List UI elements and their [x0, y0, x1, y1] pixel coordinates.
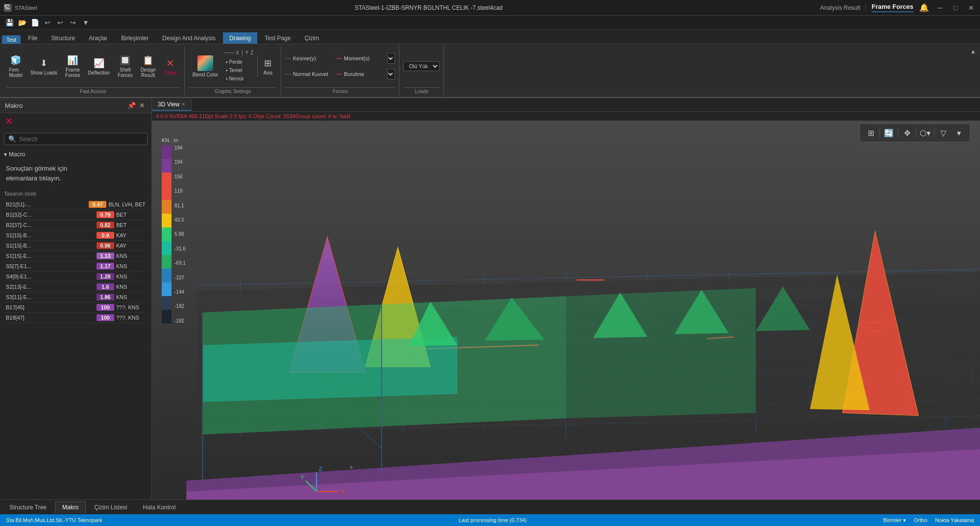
perde-button[interactable]: ▪ Perde	[224, 58, 253, 66]
item-name: S4[9]-E1...	[6, 274, 95, 279]
design-item[interactable]: B18[47] 100 ???, KNS	[4, 313, 147, 323]
tab-test-page[interactable]: Test Page	[258, 32, 297, 44]
design-item[interactable]: S3[11]-E... 1.86 KNS	[4, 292, 147, 302]
tab-cizim-listesi[interactable]: Çizim Listesi	[87, 501, 134, 513]
qa-undo[interactable]: ↩	[42, 17, 53, 28]
loads-dropdown[interactable]: Ölü Yük	[403, 61, 440, 71]
design-item[interactable]: B21[51]-... 0.47 BLN, LVH, BET	[4, 200, 147, 210]
design-item[interactable]: S1[15]-B... 0.96 KAY	[4, 241, 147, 251]
design-item[interactable]: B1[32]-C... 0.79 BET	[4, 210, 147, 220]
macro-chevron-icon: ▾	[4, 151, 7, 158]
filter-button[interactable]: ▽	[936, 126, 950, 140]
tab-design-analysis[interactable]: Design And Analysis	[156, 32, 222, 44]
frame-forces-button[interactable]: 📊 FrameForces	[62, 52, 83, 80]
close-button[interactable]: ✕	[966, 3, 976, 13]
close-ribbon-button[interactable]: ✕ Close	[161, 55, 180, 77]
filter-dropdown-button[interactable]: ▾	[952, 126, 966, 140]
tab-makro[interactable]: Makro	[55, 501, 86, 513]
item-name: B21[51]-...	[6, 201, 87, 207]
sidebar-description: Sonuçları görmek içinelemanlara tıklayın…	[4, 160, 147, 187]
legend-val-12: -182	[174, 318, 186, 324]
nervur-button[interactable]: ▪ Nervür	[224, 75, 253, 82]
shell-forces-button[interactable]: 🔲 ShellForces	[115, 52, 136, 80]
design-item[interactable]: S5[7]-E1... 1.17 KNS	[4, 261, 147, 272]
tab-hata-kontrol[interactable]: Hata Kontrol	[136, 501, 183, 513]
blend-color-button[interactable]: Blend Color	[189, 53, 222, 79]
qa-redo[interactable]: ↪	[68, 17, 78, 28]
sidebar-close-btn[interactable]: ✕	[138, 101, 147, 110]
tab-3d-view[interactable]: 3D View ✕	[152, 99, 192, 111]
forces-row2-dropdown[interactable]: ▼	[387, 69, 395, 79]
fit-view-button[interactable]: ⊞	[864, 126, 878, 140]
temel-button[interactable]: ▪ Temel	[224, 67, 253, 74]
legend-val-0: 194	[174, 145, 186, 150]
qa-open[interactable]: 📂	[17, 17, 27, 28]
legend-color-6	[162, 214, 172, 227]
tab-drawing[interactable]: Drawing	[223, 32, 257, 44]
design-item[interactable]: S2[13]-E... 1.6 KNS	[4, 282, 147, 292]
tab-structure[interactable]: Structure	[45, 32, 82, 44]
sidebar-pin-button[interactable]: 📌	[127, 101, 136, 110]
close-x-button[interactable]: ✕	[5, 116, 13, 126]
svg-text:+: +	[349, 463, 353, 471]
fem-model-button[interactable]: 🧊 FemModel	[6, 52, 25, 80]
axis-main-button[interactable]: ⊞ Axis	[257, 55, 277, 77]
nervur-label: Nervür	[229, 76, 244, 81]
ribbon-collapse-icon[interactable]: ▲	[970, 48, 976, 55]
search-input[interactable]	[19, 136, 143, 143]
perde-icon: ▪	[226, 59, 228, 65]
axis-icons: ─── X │ Y Z	[224, 50, 253, 55]
rotate-button[interactable]: 🔄	[882, 126, 896, 140]
item-type: KNS	[116, 294, 146, 300]
fem-model-label: FemModel	[9, 67, 22, 78]
sidebar-scroll[interactable]: ✕ 🔍 ▾ Macro Sonuçları görmek içinelemanl…	[0, 113, 151, 500]
3d-rotate-button[interactable]: ⬡▾	[918, 126, 932, 140]
legend-val-10: -144	[174, 289, 186, 295]
legend-color-4	[162, 186, 172, 200]
tab-test[interactable]: Test	[2, 35, 21, 44]
design-item[interactable]: B2[37]-C... 0.82 BET	[4, 220, 147, 230]
tab-birlesimler[interactable]: Birleşimler	[115, 32, 155, 44]
deflection-button[interactable]: 📈 Deflection	[85, 55, 113, 77]
ribbon-collapse[interactable]: ▲	[968, 46, 978, 95]
bell-icon[interactable]: 🔔	[919, 3, 929, 12]
moment-line-icon: ─	[336, 54, 342, 63]
item-name: S1[15]-E...	[6, 253, 95, 259]
design-item[interactable]: S1[15]-E... 1.13 KNS	[4, 251, 147, 261]
qa-save[interactable]: 💾	[4, 17, 15, 28]
item-name: S5[7]-E1...	[6, 263, 95, 269]
nokta-yakalama-label[interactable]: Nokta Yakalama	[935, 517, 974, 523]
item-badge: 1.86	[97, 294, 114, 301]
app-name: STASteel	[15, 5, 37, 11]
legend-colors	[162, 145, 172, 324]
minimize-button[interactable]: ─	[935, 3, 945, 13]
tab-structure-tree[interactable]: Structure Tree	[2, 501, 54, 513]
forces-row1-dropdown[interactable]: ▼	[387, 53, 395, 64]
item-badge: 1.6	[97, 283, 114, 290]
birimler-button[interactable]: Birimler ▾	[883, 517, 906, 524]
design-item[interactable]: S4[9]-E1... 1.28 KNS	[4, 272, 147, 282]
legend-val-4: 81.1	[174, 203, 186, 208]
tab-file[interactable]: File	[22, 32, 44, 44]
qa-dropdown[interactable]: ▼	[80, 17, 91, 28]
statusbar: Sta Bil.Muh.Mus.Ltd.Sti.-YTU Teknopark L…	[0, 514, 980, 526]
ortho-label[interactable]: Ortho	[914, 517, 928, 523]
tab-araclar[interactable]: Araçlar	[82, 32, 114, 44]
forces-row2: ─ Normal Kuvvet ─ Burulma ▼	[285, 69, 395, 79]
design-item[interactable]: S1[15]-B... 0.9 KAY	[4, 230, 147, 241]
show-loads-button[interactable]: ⬇ Show Loads	[27, 55, 60, 77]
design-result-button[interactable]: 📋 DesignResult	[138, 52, 159, 80]
macro-header[interactable]: ▾ Macro	[4, 149, 147, 160]
qa-new[interactable]: 📄	[29, 17, 40, 28]
design-item[interactable]: B17[45] 100 ???, KNS	[4, 302, 147, 313]
pan-button[interactable]: ✥	[900, 126, 914, 140]
item-badge: 0.47	[89, 201, 106, 208]
design-result-label: DesignResult	[141, 67, 156, 78]
maximize-button[interactable]: □	[951, 3, 960, 13]
ribbon-group-forces: ─ Kesme(y) ─ Moment(x) ▼ ─ Normal Kuvvet…	[281, 46, 399, 95]
tab-cizim[interactable]: Çizim	[298, 32, 325, 44]
qa-undo2[interactable]: ↩	[55, 17, 66, 28]
legend-val-1: 194	[174, 159, 186, 165]
show-loads-label: Show Loads	[30, 70, 57, 75]
view-tab-close-button[interactable]: ✕	[181, 101, 185, 107]
